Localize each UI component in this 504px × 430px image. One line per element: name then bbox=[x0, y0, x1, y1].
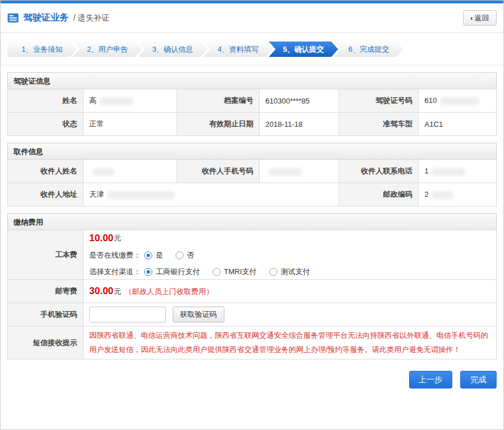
postcode-value: 2 bbox=[419, 183, 497, 206]
license-info-section-title: 驾驶证信息 bbox=[7, 72, 497, 89]
previous-step-button[interactable]: 上一步 bbox=[409, 371, 452, 388]
pickup-info-section-title: 取件信息 bbox=[7, 143, 497, 160]
postage-fee-label: 邮寄费 bbox=[8, 280, 84, 303]
online-pay-label: 是否在线缴费： bbox=[89, 250, 141, 261]
sms-code-input[interactable] bbox=[89, 307, 166, 323]
redacted-text bbox=[440, 97, 480, 105]
sms-tip-label: 短信接收提示 bbox=[8, 326, 84, 359]
sms-code-cell: 获取验证码 bbox=[84, 303, 497, 326]
radio-icon bbox=[144, 268, 152, 276]
table-row: 姓名 高 档案编号 610300****85 驾驶证号码 610 bbox=[8, 89, 497, 113]
recipient-mobile-value bbox=[260, 160, 339, 183]
radio-channel-test[interactable]: 测试支付 bbox=[269, 267, 310, 277]
recipient-address-value: 天津 bbox=[84, 183, 339, 206]
table-row: 手机验证码 获取验证码 bbox=[8, 303, 497, 326]
redacted-text bbox=[431, 191, 454, 199]
online-pay-line: 是否在线缴费： 是 否 bbox=[89, 250, 490, 261]
pay-channel-line: 选择支付渠道： 工商银行支付 TMRI支付 测试支付 bbox=[89, 267, 490, 277]
license-info-section: 驾驶证信息 姓名 高 档案编号 610300****85 驾驶证号码 610 状… bbox=[7, 72, 497, 136]
table-row: 收件人地址 天津 邮政编码 2 bbox=[8, 183, 497, 206]
recipient-address-label: 收件人地址 bbox=[8, 183, 84, 206]
status-label: 状态 bbox=[8, 113, 84, 136]
step-wizard: 1、业务须知 2、用户申告 3、确认信息 4、资料填写 5、确认提交 6、完成提… bbox=[1, 33, 503, 65]
radio-channel-icbc[interactable]: 工商银行支付 bbox=[144, 267, 200, 277]
name-label: 姓名 bbox=[8, 89, 84, 113]
radio-icon bbox=[269, 268, 277, 276]
redacted-text bbox=[107, 191, 175, 199]
cost-amount: 10.00 bbox=[89, 233, 114, 244]
get-sms-code-button[interactable]: 获取验证码 bbox=[173, 307, 224, 323]
header: 驾驶证业务 / 遗失补证 ‹返回 bbox=[1, 3, 503, 33]
name-value: 高 bbox=[84, 89, 177, 113]
payment-fee-section-title: 缴纳费用 bbox=[7, 213, 497, 230]
cost-unit: 元 bbox=[114, 233, 122, 243]
postage-unit: 元 bbox=[114, 287, 122, 296]
radio-icon bbox=[176, 251, 184, 259]
file-number-value: 610300****85 bbox=[260, 89, 339, 113]
file-number-label: 档案编号 bbox=[177, 89, 260, 113]
step-2-user-declaration[interactable]: 2、用户申告 bbox=[73, 42, 142, 57]
back-button[interactable]: ‹返回 bbox=[463, 10, 497, 26]
payment-fee-table: 工本费 10.00 元 是否在线缴费： 是 否 bbox=[7, 230, 497, 359]
expiry-date-value: 2018-11-18 bbox=[260, 113, 339, 136]
license-info-table: 姓名 高 档案编号 610300****85 驾驶证号码 610 状态 正常 有… bbox=[7, 89, 497, 136]
radio-icon bbox=[213, 268, 220, 276]
step-4-fill-data[interactable]: 4、资料填写 bbox=[203, 42, 273, 57]
sms-tip-cell: 因陕西省联通、电信运营商技术问题，陕西省互联网交通安全综合服务管理平台无法向持陕… bbox=[84, 326, 497, 359]
recipient-name-value bbox=[84, 160, 177, 183]
table-row: 状态 正常 有效期止日期 2018-11-18 准驾车型 A1C1 bbox=[8, 113, 497, 136]
table-row: 收件人姓名 收件人手机号码 收件人联系电话 1 bbox=[8, 160, 497, 183]
sms-code-label: 手机验证码 bbox=[8, 303, 84, 326]
pay-channel-label: 选择支付渠道： bbox=[89, 267, 141, 277]
breadcrumb: / 遗失补证 bbox=[73, 13, 110, 23]
cost-amount-line: 10.00 元 bbox=[89, 233, 490, 244]
footer-actions: 上一步 完成 bbox=[7, 371, 497, 388]
postage-amount: 30.00 bbox=[89, 286, 114, 296]
postage-note: （邮政人员上门收取费用） bbox=[125, 287, 214, 296]
page-title: 驾驶证业务 bbox=[23, 12, 69, 24]
cost-fee-label: 工本费 bbox=[8, 230, 84, 280]
radio-channel-tmri[interactable]: TMRI支付 bbox=[213, 267, 257, 277]
radio-online-pay-yes[interactable]: 是 bbox=[144, 250, 163, 261]
recipient-mobile-label: 收件人手机号码 bbox=[177, 160, 260, 183]
payment-fee-section: 缴纳费用 工本费 10.00 元 是否在线缴费： 是 bbox=[7, 213, 497, 359]
recipient-phone-label: 收件人联系电话 bbox=[339, 160, 419, 183]
redacted-text bbox=[268, 168, 302, 176]
page: 驾驶证业务 / 遗失补证 ‹返回 1、业务须知 2、用户申告 3、确认信息 4、… bbox=[0, 0, 504, 430]
expiry-date-label: 有效期止日期 bbox=[177, 113, 260, 136]
recipient-name-label: 收件人姓名 bbox=[8, 160, 84, 183]
status-value: 正常 bbox=[84, 113, 177, 136]
license-number-value: 610 bbox=[419, 89, 497, 113]
vehicle-class-label: 准驾车型 bbox=[339, 113, 419, 136]
redacted-text bbox=[431, 168, 465, 176]
redacted-text bbox=[92, 168, 115, 176]
redacted-text bbox=[99, 97, 134, 105]
finish-button[interactable]: 完成 bbox=[460, 371, 497, 388]
table-row: 短信接收提示 因陕西省联通、电信运营商技术问题，陕西省互联网交通安全综合服务管理… bbox=[8, 326, 497, 359]
vehicle-class-value: A1C1 bbox=[419, 113, 497, 136]
cost-fee-value: 10.00 元 是否在线缴费： 是 否 bbox=[84, 230, 497, 280]
step-6-complete-submit[interactable]: 6、完成提交 bbox=[334, 42, 403, 57]
pickup-info-table: 收件人姓名 收件人手机号码 收件人联系电话 1 收件人地址 天津 邮政编码 2 bbox=[7, 159, 497, 206]
step-1-business-notice[interactable]: 1、业务须知 bbox=[7, 42, 77, 57]
table-row: 邮寄费 30.00元（邮政人员上门收取费用） bbox=[8, 280, 497, 303]
radio-online-pay-no[interactable]: 否 bbox=[176, 250, 194, 261]
radio-icon bbox=[144, 251, 152, 259]
sms-notice-text: 因陕西省联通、电信运营商技术问题，陕西省互联网交通安全综合服务管理平台无法向持陕… bbox=[89, 329, 490, 357]
pickup-info-section: 取件信息 收件人姓名 收件人手机号码 收件人联系电话 1 收件人地址 天津 邮政… bbox=[7, 143, 497, 206]
postage-fee-value: 30.00元（邮政人员上门收取费用） bbox=[84, 280, 497, 303]
license-number-label: 驾驶证号码 bbox=[339, 89, 419, 113]
recipient-phone-value: 1 bbox=[419, 160, 497, 183]
step-3-confirm-info[interactable]: 3、确认信息 bbox=[138, 42, 207, 57]
postcode-label: 邮政编码 bbox=[339, 183, 419, 206]
step-5-confirm-submit[interactable]: 5、确认提交 bbox=[269, 42, 338, 57]
chevron-left-icon: ‹ bbox=[470, 14, 473, 22]
business-list-icon bbox=[7, 13, 19, 23]
table-row: 工本费 10.00 元 是否在线缴费： 是 否 bbox=[8, 230, 497, 280]
